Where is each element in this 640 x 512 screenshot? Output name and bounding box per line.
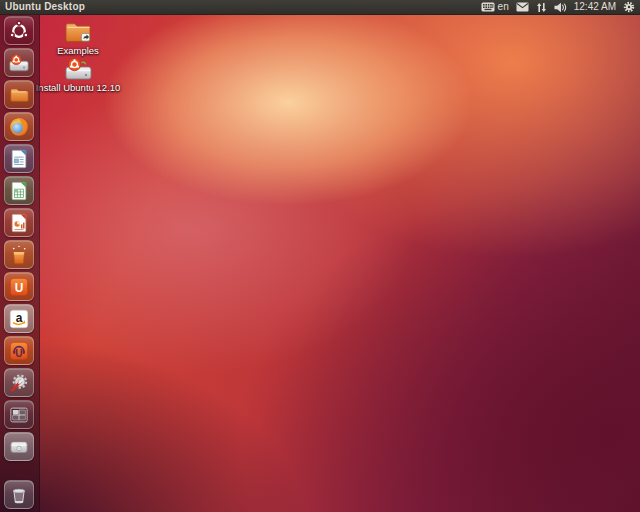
keyboard-icon: [481, 2, 495, 12]
shopping-bag-icon: [8, 244, 30, 266]
firefox-icon: [8, 116, 30, 138]
ubuntu-logo-icon: [8, 20, 30, 42]
desktop-icon-examples[interactable]: Examples: [34, 20, 122, 56]
network-indicator[interactable]: [536, 2, 547, 13]
installer-disk-icon: [62, 56, 94, 82]
launcher-item-trash[interactable]: [4, 480, 34, 509]
workspaces-grid-icon: [8, 404, 30, 426]
launcher-item-workspace-switcher[interactable]: [4, 400, 34, 429]
keyboard-layout-label: en: [498, 0, 509, 14]
music-store-icon: U: [8, 340, 30, 362]
amazon-icon: a: [8, 308, 30, 330]
launcher-item-disk-drive[interactable]: [4, 432, 34, 461]
calc-spreadsheet-icon: [8, 180, 30, 202]
folder-icon: [8, 84, 30, 106]
network-arrows-icon: [536, 2, 547, 13]
ubuntu-one-letter: U: [15, 280, 24, 294]
launcher-item-dash-home[interactable]: [4, 16, 34, 45]
messaging-indicator[interactable]: [516, 2, 529, 12]
session-indicator[interactable]: [623, 1, 635, 13]
launcher-item-home-folder[interactable]: [4, 80, 34, 109]
installer-disk-icon: [7, 52, 31, 74]
drive-icon: [8, 436, 30, 458]
impress-presentation-icon: [8, 212, 30, 234]
top-panel: Ubuntu Desktop en: [0, 0, 640, 15]
launcher-item-ubuntu-one[interactable]: U: [4, 272, 34, 301]
launcher-item-install-ubuntu[interactable]: [4, 48, 34, 77]
launcher-item-ubuntu-software-center[interactable]: [4, 240, 34, 269]
amazon-letter: a: [16, 310, 23, 324]
clock-label: 12:42 AM: [574, 0, 616, 14]
gear-wrench-icon: [8, 372, 30, 394]
indicator-tray: en 12:42 AM: [481, 0, 640, 14]
desktop-icon-label: Install Ubuntu 12.10: [36, 83, 121, 93]
volume-icon: [554, 2, 567, 13]
launcher-item-amazon[interactable]: a: [4, 304, 34, 333]
desktop-icon-label: Examples: [57, 46, 99, 56]
trash-icon: [8, 484, 30, 506]
ubuntu-one-icon: U: [8, 276, 30, 298]
launcher-item-ubuntu-one-music[interactable]: U: [4, 336, 34, 365]
launcher-item-libreoffice-calc[interactable]: [4, 176, 34, 205]
writer-document-icon: [8, 148, 30, 170]
desktop-icon-install-ubuntu[interactable]: Install Ubuntu 12.10: [34, 56, 122, 93]
music-store-letter: U: [15, 347, 22, 358]
launcher-item-system-settings[interactable]: [4, 368, 34, 397]
panel-title: Ubuntu Desktop: [0, 0, 85, 14]
clock-indicator[interactable]: 12:42 AM: [574, 0, 616, 14]
sound-indicator[interactable]: [554, 2, 567, 13]
folder-link-icon: [63, 20, 93, 45]
session-gear-icon: [623, 1, 635, 13]
launcher-item-libreoffice-writer[interactable]: [4, 144, 34, 173]
launcher-item-firefox[interactable]: [4, 112, 34, 141]
mail-icon: [516, 2, 529, 12]
launcher-item-libreoffice-impress[interactable]: [4, 208, 34, 237]
unity-launcher: U a U: [0, 14, 40, 512]
keyboard-layout-indicator[interactable]: en: [481, 0, 509, 14]
